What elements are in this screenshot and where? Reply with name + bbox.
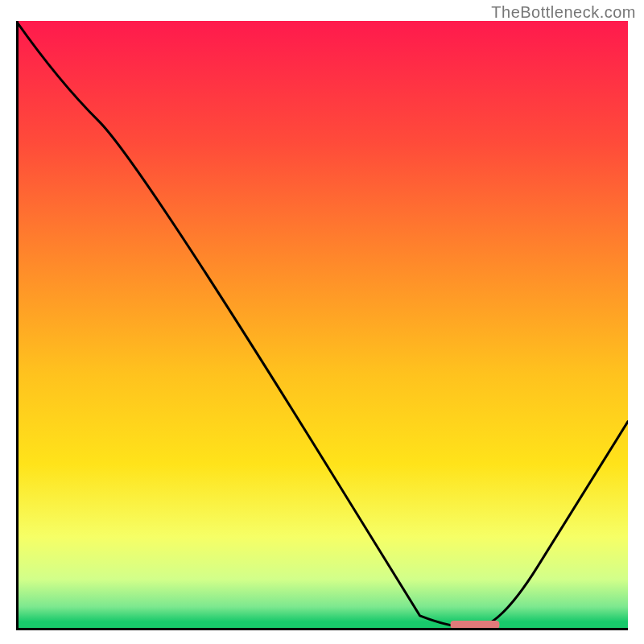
heat-gradient-bg xyxy=(16,21,628,628)
watermark-text: TheBottleneck.com xyxy=(491,3,636,22)
y-axis xyxy=(16,21,19,628)
bottleneck-chart xyxy=(16,21,628,628)
optimal-marker xyxy=(451,621,500,628)
x-axis xyxy=(16,628,628,630)
